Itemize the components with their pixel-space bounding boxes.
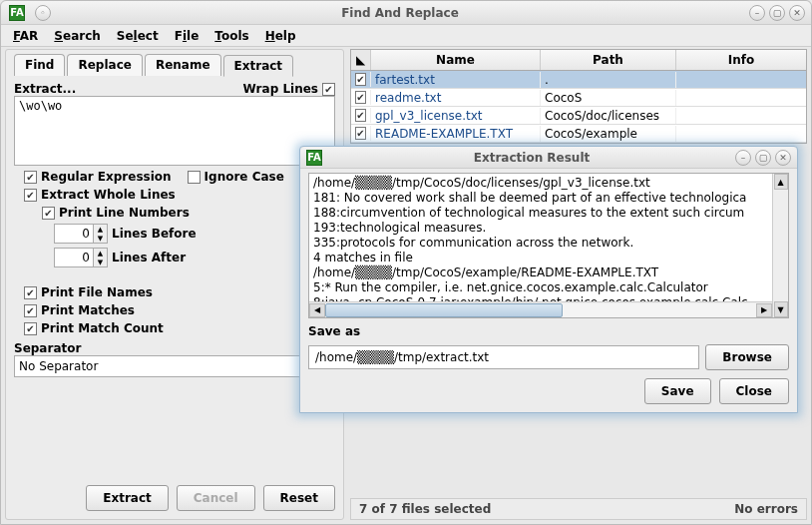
result-line: 181: No covered work shall be deemed par… <box>313 191 784 206</box>
file-name: readme.txt <box>371 90 541 106</box>
result-line: /home/▒▒▒▒/tmp/CocoS/example/README-EXAM… <box>313 265 784 280</box>
tab-replace[interactable]: Replace <box>67 54 142 76</box>
up-arrow-icon[interactable]: ▲ <box>94 249 107 258</box>
menu-help[interactable]: Help <box>257 27 304 45</box>
row-checkbox[interactable] <box>355 109 366 122</box>
regex-label: Regular Expression <box>41 170 172 184</box>
result-line: 188:circumvention of technological measu… <box>313 206 784 221</box>
up-arrow-icon[interactable]: ▲ <box>94 225 107 234</box>
table-row[interactable]: gpl_v3_license.txtCocoS/doc/licenses <box>351 107 806 125</box>
row-checkbox[interactable] <box>355 127 366 140</box>
result-textarea[interactable]: /home/▒▒▒▒/tmp/CocoS/doc/licenses/gpl_v3… <box>308 173 789 318</box>
select-all-corner[interactable]: ◣ <box>351 50 371 70</box>
dialog-title: Extraction Result <box>328 151 735 165</box>
lines-before-spinner[interactable]: ▲▼ <box>54 224 108 244</box>
whole-lines-checkbox[interactable] <box>24 189 37 202</box>
file-path: CocoS/doc/licenses <box>541 108 676 124</box>
separator-select[interactable]: No Separator ▼ <box>14 355 335 377</box>
table-row[interactable]: fartest.txt. <box>351 71 806 89</box>
menu-file[interactable]: File <box>167 27 207 45</box>
minimize-button[interactable]: – <box>735 150 751 166</box>
file-info <box>676 133 806 135</box>
extract-heading: Extract... <box>14 82 76 96</box>
scroll-left-icon[interactable]: ◀ <box>309 303 325 317</box>
row-checkbox[interactable] <box>355 91 366 104</box>
print-matches-checkbox[interactable] <box>24 304 37 317</box>
result-line: 193:technological measures. <box>313 221 784 236</box>
close-button[interactable]: Close <box>719 378 789 404</box>
close-button[interactable]: ✕ <box>789 5 805 21</box>
col-info[interactable]: Info <box>676 50 806 70</box>
wrap-lines-label: Wrap Lines <box>243 82 318 96</box>
lines-after-spinner[interactable]: ▲▼ <box>54 248 108 267</box>
browse-button[interactable]: Browse <box>705 344 789 370</box>
status-right: No errors <box>734 502 798 516</box>
file-name: fartest.txt <box>371 72 541 88</box>
file-path: . <box>541 72 676 88</box>
menu-select[interactable]: Select <box>109 27 167 45</box>
table-row[interactable]: README-EXAMPLE.TXTCocoS/example <box>351 125 806 143</box>
down-arrow-icon[interactable]: ▼ <box>94 258 107 266</box>
menu-tools[interactable]: Tools <box>206 27 256 45</box>
app-icon: FA <box>306 150 322 166</box>
pattern-input[interactable]: \wo\wo <box>14 96 335 166</box>
file-name: gpl_v3_license.txt <box>371 108 541 124</box>
row-checkbox[interactable] <box>355 73 366 86</box>
scrollbar-vertical[interactable]: ▲ ▼ <box>772 174 788 317</box>
lines-before-input[interactable] <box>54 224 94 244</box>
result-line: /home/▒▒▒▒/tmp/CocoS/doc/licenses/gpl_v3… <box>313 176 784 191</box>
reset-button[interactable]: Reset <box>263 485 335 511</box>
result-line: 5:* Run the compiler, i.e. net.gnice.coc… <box>313 280 784 295</box>
file-info <box>676 115 806 117</box>
app-icon: FA <box>9 5 25 21</box>
extract-button[interactable]: Extract <box>86 485 169 511</box>
menu-far[interactable]: FAR <box>5 27 46 45</box>
left-panel: Find Replace Rename Extract Extract... W… <box>5 49 344 520</box>
extraction-result-dialog: FA Extraction Result – ▢ ✕ /home/▒▒▒▒/tm… <box>299 146 798 413</box>
col-path[interactable]: Path <box>541 50 676 70</box>
close-icon[interactable]: ✕ <box>775 150 791 166</box>
scroll-down-icon[interactable]: ▼ <box>774 301 788 317</box>
print-match-count-checkbox[interactable] <box>24 322 37 335</box>
tab-find[interactable]: Find <box>14 54 65 76</box>
result-line: 4 matches in file <box>313 251 784 265</box>
whole-lines-label: Extract Whole Lines <box>41 188 176 202</box>
minimize-button[interactable]: – <box>749 5 765 21</box>
file-path: CocoS <box>541 90 676 106</box>
maximize-button[interactable]: ▢ <box>769 5 785 21</box>
col-name[interactable]: Name <box>371 50 541 70</box>
line-numbers-checkbox[interactable] <box>42 207 55 220</box>
file-table: ◣ Name Path Info fartest.txt.readme.txtC… <box>350 49 807 144</box>
lines-after-input[interactable] <box>54 248 94 267</box>
tab-extract[interactable]: Extract <box>223 55 294 77</box>
sticky-button[interactable]: ◦ <box>35 5 51 21</box>
separator-label: Separator <box>14 341 335 355</box>
tab-rename[interactable]: Rename <box>145 54 221 76</box>
save-as-input[interactable] <box>308 345 699 369</box>
ignore-case-label: Ignore Case <box>204 170 284 184</box>
save-button[interactable]: Save <box>644 378 711 404</box>
line-numbers-label: Print Line Numbers <box>59 206 190 220</box>
lines-after-label: Lines After <box>112 251 186 264</box>
menubar: FAR Search Select File Tools Help <box>1 25 811 47</box>
print-filenames-checkbox[interactable] <box>24 286 37 299</box>
statusbar: 7 of 7 files selected No errors <box>350 498 807 520</box>
cancel-button[interactable]: Cancel <box>177 485 255 511</box>
down-arrow-icon[interactable]: ▼ <box>94 234 107 243</box>
print-filenames-label: Print File Names <box>41 285 153 299</box>
table-body: fartest.txt.readme.txtCocoSgpl_v3_licens… <box>351 71 806 143</box>
maximize-button[interactable]: ▢ <box>755 150 771 166</box>
scrollbar-horizontal[interactable]: ◀ ▶ <box>309 301 772 317</box>
status-left: 7 of 7 files selected <box>359 502 491 516</box>
file-info <box>676 97 806 99</box>
wrap-lines-checkbox[interactable] <box>322 83 335 96</box>
scroll-up-icon[interactable]: ▲ <box>774 174 788 190</box>
scroll-right-icon[interactable]: ▶ <box>756 303 772 317</box>
scroll-thumb[interactable] <box>325 303 563 317</box>
menu-search[interactable]: Search <box>46 27 108 45</box>
separator-value: No Separator <box>19 359 98 373</box>
table-row[interactable]: readme.txtCocoS <box>351 89 806 107</box>
regex-checkbox[interactable] <box>24 171 37 184</box>
print-match-count-label: Print Match Count <box>41 321 164 335</box>
ignore-case-checkbox[interactable] <box>188 171 201 184</box>
